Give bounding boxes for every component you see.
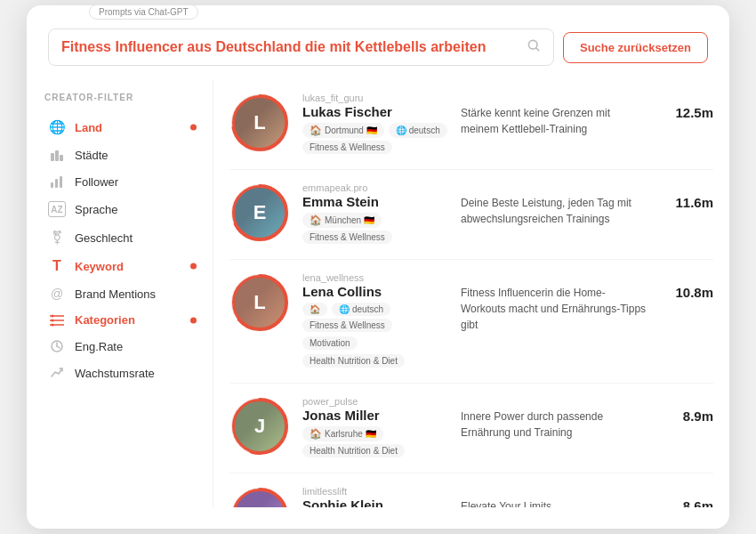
filter-item-land[interactable]: 🌐 Land	[44, 113, 198, 142]
filter-item-kategorien[interactable]: Kategorien	[44, 307, 198, 333]
influencer-description: Stärke kennt keine Grenzen mit meinem Ke…	[461, 93, 647, 137]
avatar-wrap: J	[229, 396, 290, 457]
svg-rect-7	[60, 176, 62, 188]
filter-dot-kategorien	[190, 317, 197, 323]
svg-rect-4	[60, 155, 63, 161]
influencer-info: emmapeak.pro Emma Stein 🏠München 🇩🇪 Fitn…	[302, 182, 448, 247]
influencer-info: lena_wellness Lena Collins 🏠🌐 deutsch Fi…	[302, 272, 448, 370]
avatar-wrap: S	[229, 486, 290, 507]
influencer-followers: 8.9m	[660, 396, 713, 424]
influencer-followers: 11.6m	[660, 182, 713, 210]
category-tag: Health Nutrition & Diet	[302, 354, 405, 368]
filter-label-geschlecht: Geschlecht	[75, 231, 133, 245]
svg-point-13	[52, 323, 54, 326]
category-tag: Fitness & Wellness	[302, 319, 392, 332]
influencer-card[interactable]: J power_pulse Jonas Miller 🏠Karlsruhe 🇩🇪…	[229, 384, 713, 473]
category-tag: Fitness & Wellness	[302, 231, 392, 244]
influencer-followers: 12.5m	[660, 93, 713, 120]
filter-item-wachstum[interactable]: Wachstumsrate	[44, 360, 198, 386]
creator-filter-sidebar: CREATOR-FILTER 🌐 Land Städte Follower	[27, 80, 213, 507]
influencer-info: power_pulse Jonas Miller 🏠Karlsruhe 🇩🇪 H…	[302, 396, 448, 460]
avatar-wrap: L	[229, 272, 290, 333]
avatar: J	[232, 399, 287, 454]
avatar-wrap: E	[229, 182, 290, 243]
influencer-description: Fitness Influencerin die Home-Workouts m…	[461, 272, 647, 333]
avatar: E	[232, 185, 287, 240]
kategorien-icon	[48, 314, 66, 327]
categories-row: Health Nutrition & Diet	[302, 444, 448, 457]
influencer-info: lukas_fit_guru Lukas Fischer 🏠Dortmund 🇩…	[302, 93, 448, 157]
tags-row: 🏠🌐 deutsch	[302, 303, 448, 316]
filter-label-kategorien: Kategorien	[75, 313, 135, 327]
filter-item-follower[interactable]: Follower	[44, 168, 198, 195]
svg-line-1	[536, 48, 539, 51]
influencer-card[interactable]: S limitlesslift Sophie Klein 🇩🇪🌐 englisc…	[229, 473, 713, 507]
filter-label-wachstum: Wachstumsrate	[75, 367, 155, 380]
influencer-handle: lena_wellness	[302, 272, 448, 283]
brand-icon: @	[48, 287, 66, 301]
results-list: L lukas_fit_guru Lukas Fischer 🏠Dortmund…	[213, 80, 729, 507]
categories-row: Fitness & WellnessMotivationHealth Nutri…	[302, 319, 448, 368]
wachstum-icon	[48, 366, 66, 380]
language-tag: 🌐 deutsch	[389, 123, 447, 138]
influencer-name: Sophie Klein	[302, 498, 448, 507]
geschlecht-icon: ⚧	[48, 230, 66, 246]
location-tag: 🏠Karlsruhe 🇩🇪	[302, 426, 383, 441]
filter-item-sprache[interactable]: AZ Sprache	[44, 195, 198, 223]
language-tag: 🌐 deutsch	[332, 303, 390, 316]
avatar: L	[232, 275, 287, 330]
filter-label-land: Land	[75, 121, 102, 134]
svg-rect-6	[55, 179, 58, 188]
filter-label-follower: Follower	[75, 175, 118, 189]
influencer-description: Deine Beste Leistung, jeden Tag mit abwe…	[461, 182, 647, 227]
filter-item-keyword[interactable]: T Keyword	[44, 252, 198, 280]
filter-label-engrate: Eng.Rate	[75, 340, 123, 353]
tags-row: 🏠Karlsruhe 🇩🇪	[302, 426, 448, 441]
categories-row: Fitness & Wellness	[302, 231, 448, 244]
avatar: L	[232, 95, 287, 150]
chat-gpt-badge: Prompts via Chat-GPT	[89, 5, 198, 20]
influencer-description: Elevate Your Limits	[461, 486, 647, 507]
engrate-icon	[48, 339, 66, 353]
influencer-info: limitlesslift Sophie Klein 🇩🇪🌐 englisch …	[302, 486, 448, 507]
keyword-icon: T	[48, 258, 66, 274]
search-icon	[527, 38, 541, 56]
svg-point-12	[52, 319, 54, 321]
sprache-icon: AZ	[48, 201, 66, 217]
location-tag: 🏠Dortmund 🇩🇪	[302, 123, 384, 138]
influencer-handle: limitlesslift	[302, 486, 448, 497]
sidebar-title: CREATOR-FILTER	[44, 93, 198, 102]
svg-rect-5	[51, 182, 53, 188]
filter-item-staedte[interactable]: Städte	[44, 142, 198, 168]
svg-rect-3	[55, 150, 59, 161]
filter-dot-keyword	[190, 263, 197, 270]
land-icon: 🌐	[48, 119, 66, 135]
filter-item-engrate[interactable]: Eng.Rate	[44, 333, 198, 360]
filter-label-sprache: Sprache	[75, 203, 117, 216]
category-tag: Motivation	[302, 336, 358, 350]
tags-row: 🏠München 🇩🇪	[302, 213, 448, 228]
influencer-card[interactable]: L lena_wellness Lena Collins 🏠🌐 deutsch …	[229, 260, 713, 384]
influencer-name: Lena Collins	[302, 284, 448, 299]
filter-item-brand[interactable]: @ Brand Mentions	[44, 280, 198, 307]
influencer-card[interactable]: L lukas_fit_guru Lukas Fischer 🏠Dortmund…	[229, 80, 713, 170]
location-tag: 🏠München 🇩🇪	[302, 213, 382, 228]
flag-tag: 🏠	[302, 303, 327, 316]
influencer-name: Emma Stein	[302, 194, 448, 209]
filter-label-brand: Brand Mentions	[75, 287, 156, 301]
search-query: Fitness Influencer aus Deutschland die m…	[61, 39, 519, 55]
influencer-handle: lukas_fit_guru	[302, 93, 448, 103]
influencer-followers: 8.6m	[660, 486, 713, 507]
influencer-handle: emmapeak.pro	[302, 182, 448, 193]
search-reset-button[interactable]: Suche zurücksetzen	[563, 32, 708, 63]
category-tag: Health Nutrition & Diet	[302, 444, 405, 457]
filter-item-geschlecht[interactable]: ⚧ Geschlecht	[44, 223, 198, 252]
influencer-card[interactable]: E emmapeak.pro Emma Stein 🏠München 🇩🇪 Fi…	[229, 170, 713, 260]
tags-row: 🏠Dortmund 🇩🇪🌐 deutsch	[302, 123, 448, 138]
categories-row: Fitness & Wellness	[302, 141, 448, 154]
svg-point-11	[52, 314, 54, 317]
category-tag: Fitness & Wellness	[302, 141, 392, 154]
influencer-description: Innere Power durch passende Ernährung un…	[461, 396, 647, 441]
svg-rect-2	[51, 153, 54, 161]
follower-icon	[48, 174, 66, 189]
